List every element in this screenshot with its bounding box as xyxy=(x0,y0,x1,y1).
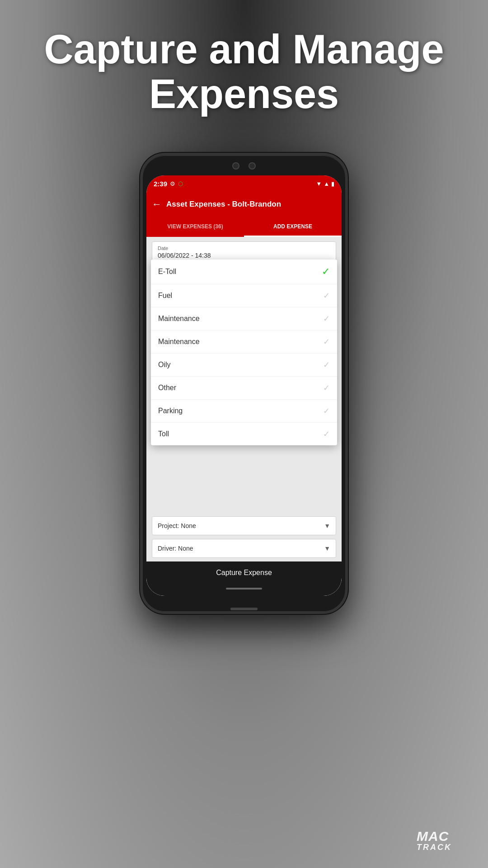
app-header: ← Asset Expenses - Bolt-Brandon xyxy=(146,192,342,217)
parking-label: Parking xyxy=(158,407,183,415)
other-label: Other xyxy=(158,384,176,392)
driver-chevron-icon: ▼ xyxy=(324,545,330,552)
fuel-checkmark: ✓ xyxy=(323,291,330,301)
date-label: Date xyxy=(158,245,330,251)
camera-right xyxy=(249,162,256,170)
maintenance1-label: Maintenance xyxy=(158,315,200,323)
fuel-label: Fuel xyxy=(158,292,172,300)
signal-icon: ▲ xyxy=(324,180,329,187)
svg-text:TRACK: TRACK xyxy=(417,843,452,851)
expense-type-dropdown[interactable]: E-Toll ✓ Fuel ✓ Maintenance ✓ Maintenanc… xyxy=(151,259,337,445)
tabs-bar: VIEW EXPENSES (36) ADD EXPENSE xyxy=(146,217,342,237)
maintenance2-checkmark: ✓ xyxy=(323,337,330,347)
mactrack-logo: MAC TRACK xyxy=(416,826,470,854)
status-bar: 2:39 ⚙ ⬡ ▼ ▲ ▮ xyxy=(146,175,342,192)
toll-label: Toll xyxy=(158,430,169,438)
tab-add-expense[interactable]: ADD EXPENSE xyxy=(244,217,342,237)
tab-view-expenses[interactable]: VIEW EXPENSES (36) xyxy=(146,217,244,237)
etoll-checkmark: ✓ xyxy=(322,266,330,278)
parking-checkmark: ✓ xyxy=(323,406,330,416)
camera-left xyxy=(232,162,239,170)
phone-screen: 2:39 ⚙ ⬡ ▼ ▲ ▮ ← Asset Expenses - Bolt-B… xyxy=(146,175,342,596)
other-checkmark: ✓ xyxy=(323,383,330,393)
dropdown-item-maintenance2[interactable]: Maintenance ✓ xyxy=(151,330,337,354)
dropdown-item-etoll[interactable]: E-Toll ✓ xyxy=(151,259,337,284)
dropdown-item-toll[interactable]: Toll ✓ xyxy=(151,423,337,445)
date-value: 06/06/2022 - 14:38 xyxy=(158,252,330,259)
status-time: 2:39 xyxy=(154,180,167,188)
dropdown-item-other[interactable]: Other ✓ xyxy=(151,377,337,400)
oily-label: Oily xyxy=(158,361,171,369)
home-indicator xyxy=(146,584,342,596)
shield-icon: ⬡ xyxy=(178,180,183,187)
phone-bottom-button xyxy=(230,608,258,610)
battery-icon: ▮ xyxy=(331,180,334,187)
project-field[interactable]: Project: None ▼ xyxy=(152,516,336,535)
oily-checkmark: ✓ xyxy=(323,360,330,370)
screen-content: Date 06/06/2022 - 14:38 E-Toll ✓ xyxy=(146,237,342,596)
maintenance1-checkmark: ✓ xyxy=(323,314,330,324)
status-right-icons: ▼ ▲ ▮ xyxy=(316,180,334,187)
driver-label: Driver: None xyxy=(158,545,193,552)
driver-field[interactable]: Driver: None ▼ xyxy=(152,539,336,558)
dropdown-item-oily[interactable]: Oily ✓ xyxy=(151,354,337,377)
phone-top-bar xyxy=(199,161,289,171)
phone-mockup: 2:39 ⚙ ⬡ ▼ ▲ ▮ ← Asset Expenses - Bolt-B… xyxy=(140,153,348,614)
gear-icon: ⚙ xyxy=(170,180,175,187)
header-title: Asset Expenses - Bolt-Brandon xyxy=(166,200,281,209)
dropdown-item-parking[interactable]: Parking ✓ xyxy=(151,400,337,423)
maintenance2-label: Maintenance xyxy=(158,338,200,346)
project-chevron-icon: ▼ xyxy=(324,522,330,529)
bottom-section: Project: None ▼ Driver: None ▼ Capture E… xyxy=(146,516,342,596)
dropdown-item-fuel[interactable]: Fuel ✓ xyxy=(151,284,337,307)
toll-checkmark: ✓ xyxy=(323,429,330,439)
project-label: Project: None xyxy=(158,522,196,529)
page-title: Capture and Manage Expenses xyxy=(17,27,471,117)
capture-expense-button[interactable]: Capture Expense xyxy=(146,561,342,584)
svg-text:MAC: MAC xyxy=(417,829,449,844)
etoll-label: E-Toll xyxy=(158,268,176,276)
wifi-icon: ▼ xyxy=(316,180,322,187)
back-button[interactable]: ← xyxy=(152,198,162,210)
dropdown-item-maintenance1[interactable]: Maintenance ✓ xyxy=(151,307,337,330)
home-bar xyxy=(226,588,262,590)
